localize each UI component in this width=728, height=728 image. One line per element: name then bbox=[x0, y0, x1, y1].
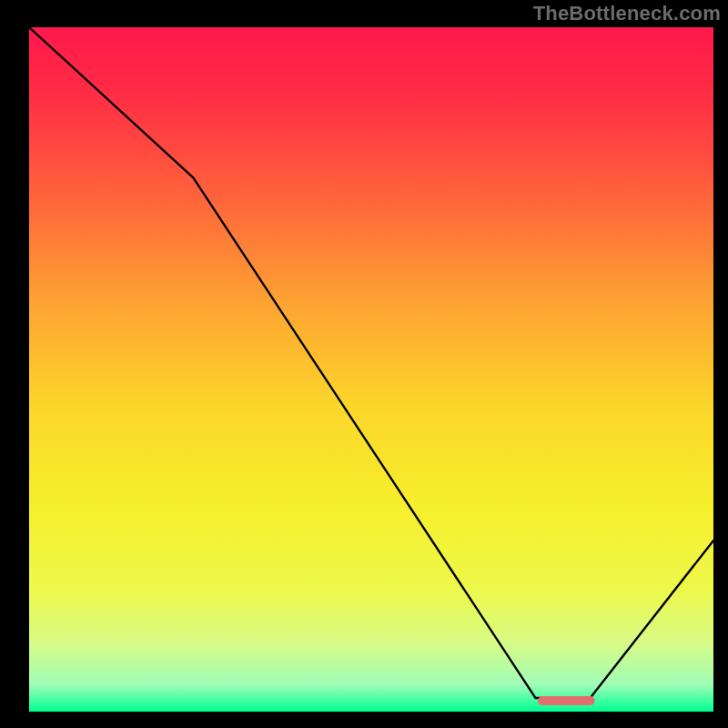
chart-frame: TheBottleneck.com bbox=[0, 0, 728, 728]
plot-area bbox=[27, 25, 715, 713]
watermark-label: TheBottleneck.com bbox=[533, 2, 721, 25]
gradient-background bbox=[29, 27, 713, 712]
plot-svg bbox=[29, 27, 713, 712]
